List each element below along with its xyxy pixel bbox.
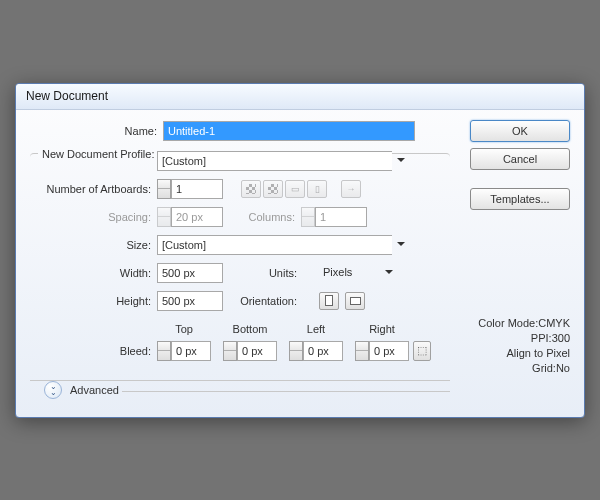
chevron-down-icon: ⌄⌄ [44, 381, 62, 399]
spacing-label: Spacing: [38, 211, 157, 223]
units-label: Units: [223, 267, 301, 279]
name-label: Name: [30, 125, 163, 137]
spinner-buttons-icon [157, 207, 171, 227]
units-value: Pixels [319, 263, 380, 283]
bleed-bottom-input[interactable]: 0 px [237, 341, 277, 361]
dropdown-arrow-icon [380, 263, 397, 283]
size-value: [Custom] [157, 235, 392, 255]
orientation-toggle [319, 292, 365, 310]
grid-by-col-icon[interactable] [263, 180, 283, 198]
units-dropdown[interactable]: Pixels [319, 263, 397, 283]
row-icon[interactable]: ▭ [285, 180, 305, 198]
spinner-buttons-icon[interactable] [355, 341, 369, 361]
width-label: Width: [38, 267, 157, 279]
align-grid-info: Align to Pixel Grid:No [470, 346, 570, 376]
bleed-right-spinner[interactable]: 0 px [355, 341, 409, 361]
spacing-input: 20 px [171, 207, 223, 227]
portrait-icon[interactable] [319, 292, 339, 310]
bleed-left-input[interactable]: 0 px [303, 341, 343, 361]
columns-input: 1 [315, 207, 367, 227]
spinner-buttons-icon[interactable] [157, 341, 171, 361]
color-mode-info: Color Mode:CMYK [470, 316, 570, 331]
height-input[interactable]: 500 px [157, 291, 223, 311]
profile-group: New Document Profile: [Custom] Number of… [30, 148, 450, 372]
dropdown-arrow-icon [392, 151, 409, 171]
bleed-left-spinner[interactable]: 0 px [289, 341, 343, 361]
document-info: Color Mode:CMYK PPI:300 Align to Pixel G… [470, 316, 570, 376]
advanced-toggle[interactable]: ⌄⌄ Advanced [30, 380, 450, 399]
artboards-spinner[interactable]: 1 [157, 179, 223, 199]
name-input[interactable]: Untitled-1 [163, 121, 415, 141]
dialog-body: Name: Untitled-1 New Document Profile: [… [16, 110, 584, 417]
ppi-info: PPI:300 [470, 331, 570, 346]
profile-value: [Custom] [157, 151, 392, 171]
bleed-top-spinner[interactable]: 0 px [157, 341, 211, 361]
artboards-input[interactable]: 1 [171, 179, 223, 199]
bleed-bottom-label: Bottom [223, 323, 277, 335]
side-buttons: OK Cancel Templates... Color Mode:CMYK P… [470, 120, 570, 399]
profile-dropdown[interactable]: [Custom] [157, 151, 409, 171]
spacing-spinner: 20 px [157, 207, 223, 227]
orientation-label: Orientation: [223, 295, 301, 307]
cancel-button[interactable]: Cancel [470, 148, 570, 170]
rtl-icon[interactable]: → [341, 180, 361, 198]
spinner-buttons-icon[interactable] [289, 341, 303, 361]
templates-button[interactable]: Templates... [470, 188, 570, 210]
size-dropdown[interactable]: [Custom] [157, 235, 409, 255]
dialog-title: New Document [16, 84, 584, 110]
artboards-label: Number of Artboards: [38, 183, 157, 195]
new-document-dialog: New Document Name: Untitled-1 New Docume… [15, 83, 585, 418]
spinner-buttons-icon[interactable] [223, 341, 237, 361]
grid-by-row-icon[interactable] [241, 180, 261, 198]
bleed-label: Bleed: [38, 345, 157, 357]
bleed-right-label: Right [355, 323, 409, 335]
profile-label: New Document Profile: [38, 148, 159, 160]
spinner-buttons-icon [301, 207, 315, 227]
height-label: Height: [38, 295, 157, 307]
link-bleed-icon[interactable]: ⬚ [413, 341, 431, 361]
bleed-left-label: Left [289, 323, 343, 335]
bleed-right-input[interactable]: 0 px [369, 341, 409, 361]
bleed-top-label: Top [157, 323, 211, 335]
ok-button[interactable]: OK [470, 120, 570, 142]
size-label: Size: [38, 239, 157, 251]
form-area: Name: Untitled-1 New Document Profile: [… [30, 120, 450, 399]
advanced-label: Advanced [70, 384, 119, 396]
dropdown-arrow-icon [392, 235, 409, 255]
col-icon[interactable]: ▯ [307, 180, 327, 198]
columns-label: Columns: [223, 211, 301, 223]
columns-spinner: 1 [301, 207, 367, 227]
landscape-icon[interactable] [345, 292, 365, 310]
spinner-buttons-icon[interactable] [157, 179, 171, 199]
bleed-bottom-spinner[interactable]: 0 px [223, 341, 277, 361]
artboard-layout-toggle: ▭ ▯ [241, 180, 327, 198]
bleed-top-input[interactable]: 0 px [171, 341, 211, 361]
width-input[interactable]: 500 px [157, 263, 223, 283]
